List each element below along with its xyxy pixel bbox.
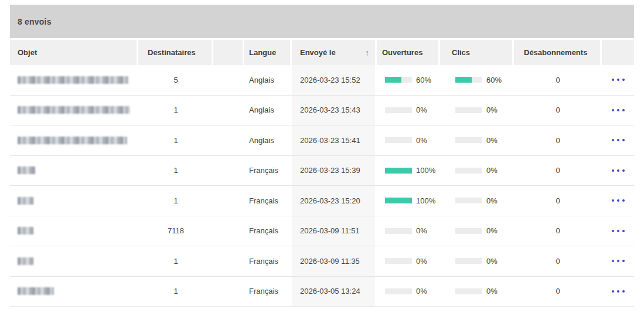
ouvertures-progress: 0% <box>385 257 427 266</box>
clics-progress: 0% <box>455 226 498 235</box>
ouvertures-percent-label: 60% <box>416 76 431 84</box>
progress-track <box>455 288 482 294</box>
cell-clics: 0% <box>440 186 514 216</box>
table-row: 7118Français2026-03-09 11:510%0%0 <box>10 216 634 247</box>
cell-langue: Anglais <box>244 125 292 155</box>
cell-destinataires: 1 <box>138 186 213 216</box>
cell-objet[interactable] <box>10 216 138 246</box>
cell-envoye-le: 2026-03-05 13:24 <box>292 277 377 307</box>
cell-objet[interactable] <box>10 186 138 216</box>
column-header-actions <box>602 40 634 65</box>
progress-track <box>385 137 412 143</box>
progress-fill <box>385 77 401 83</box>
cell-spacer <box>213 125 244 155</box>
redacted-subject-text <box>18 106 130 114</box>
ellipsis-dot-icon <box>612 169 614 172</box>
column-header-ouvertures[interactable]: Ouvertures <box>377 40 440 65</box>
clics-percent-label: 0% <box>486 106 498 114</box>
ellipsis-dot-icon <box>617 139 619 141</box>
cell-objet[interactable] <box>10 246 138 276</box>
progress-track <box>385 228 412 234</box>
ouvertures-percent-label: 0% <box>416 136 427 145</box>
clics-progress: 60% <box>455 76 502 84</box>
progress-track <box>455 258 482 264</box>
ellipsis-dot-icon <box>612 260 614 262</box>
cell-desabonnements: 0 <box>514 277 602 307</box>
cell-actions <box>602 65 634 95</box>
column-header-desabonnements[interactable]: Désabonnements <box>514 40 602 65</box>
ouvertures-progress: 60% <box>385 76 431 84</box>
cell-envoye-le: 2026-03-23 15:39 <box>292 156 377 186</box>
row-menu-button[interactable] <box>611 226 626 236</box>
ellipsis-dot-icon <box>617 109 619 111</box>
progress-track <box>385 198 412 203</box>
row-menu-button[interactable] <box>611 135 626 145</box>
ellipsis-dot-icon <box>612 290 614 293</box>
cell-actions <box>602 277 634 307</box>
table-row: 1Français2026-03-09 11:350%0%0 <box>10 246 634 277</box>
sort-asc-icon[interactable]: ↑ <box>365 49 369 57</box>
redacted-subject-text <box>18 227 33 235</box>
progress-fill <box>455 77 472 83</box>
column-header-clics[interactable]: Clics <box>440 40 514 65</box>
cell-envoye-le: 2026-03-23 15:43 <box>292 96 377 125</box>
cell-actions <box>602 186 634 216</box>
cell-langue: Français <box>244 156 292 186</box>
table-row: 1Français2026-03-23 15:20100%0%0 <box>10 186 634 216</box>
progress-track <box>385 168 412 174</box>
cell-langue: Français <box>244 277 292 307</box>
ellipsis-dot-icon <box>622 169 625 172</box>
cell-desabonnements: 0 <box>514 125 602 155</box>
progress-fill <box>385 168 412 174</box>
clics-percent-label: 0% <box>486 166 498 175</box>
cell-clics: 0% <box>440 216 514 246</box>
cell-objet[interactable] <box>10 65 138 95</box>
cell-destinataires: 5 <box>138 65 213 95</box>
progress-track <box>455 77 482 83</box>
cell-clics: 0% <box>440 96 514 125</box>
table-body: 5Anglais2026-03-23 15:5260%60%01Anglais2… <box>10 65 634 307</box>
ouvertures-percent-label: 100% <box>416 196 435 205</box>
cell-ouvertures: 0% <box>377 96 440 125</box>
cell-destinataires: 1 <box>138 156 213 186</box>
cell-spacer <box>213 156 244 186</box>
cell-objet[interactable] <box>10 277 138 307</box>
column-header-objet[interactable]: Objet <box>10 40 138 65</box>
column-header-langue[interactable]: Langue <box>244 40 292 65</box>
row-menu-button[interactable] <box>611 256 626 266</box>
clics-progress: 0% <box>455 106 498 114</box>
cell-clics: 0% <box>440 125 514 155</box>
row-menu-button[interactable] <box>611 287 626 296</box>
cell-envoye-le: 2026-03-09 11:51 <box>292 216 377 246</box>
ellipsis-dot-icon <box>617 230 619 232</box>
clics-percent-label: 0% <box>486 257 498 266</box>
row-menu-button[interactable] <box>611 106 626 115</box>
redacted-subject-text <box>18 197 33 205</box>
ouvertures-percent-label: 0% <box>416 287 427 295</box>
clics-percent-label: 0% <box>486 196 498 205</box>
table-row: 1Anglais2026-03-23 15:430%0%0 <box>10 96 634 126</box>
ellipsis-dot-icon <box>617 290 619 293</box>
cell-ouvertures: 0% <box>377 216 440 246</box>
cell-objet[interactable] <box>10 125 138 155</box>
column-header-destinataires[interactable]: Destinataires <box>138 40 213 65</box>
cell-objet[interactable] <box>10 96 138 125</box>
cell-objet[interactable] <box>10 156 138 186</box>
column-header-envoye-le[interactable]: Envoyé le ↑ <box>292 40 377 65</box>
cell-clics: 0% <box>440 156 514 186</box>
ellipsis-dot-icon <box>617 169 619 172</box>
cell-destinataires: 1 <box>138 246 213 276</box>
progress-track <box>455 107 482 113</box>
cell-spacer <box>213 65 244 95</box>
cell-clics: 0% <box>440 277 514 307</box>
row-menu-button[interactable] <box>611 196 626 205</box>
cell-destinataires: 1 <box>138 96 213 125</box>
ouvertures-progress: 0% <box>385 136 427 145</box>
cell-destinataires: 1 <box>138 277 213 307</box>
send-count-label: 8 envois <box>18 17 52 26</box>
cell-ouvertures: 100% <box>377 156 440 186</box>
row-menu-button[interactable] <box>611 75 626 84</box>
ellipsis-dot-icon <box>617 79 619 81</box>
row-menu-button[interactable] <box>611 166 626 175</box>
redacted-subject-text <box>18 137 127 144</box>
